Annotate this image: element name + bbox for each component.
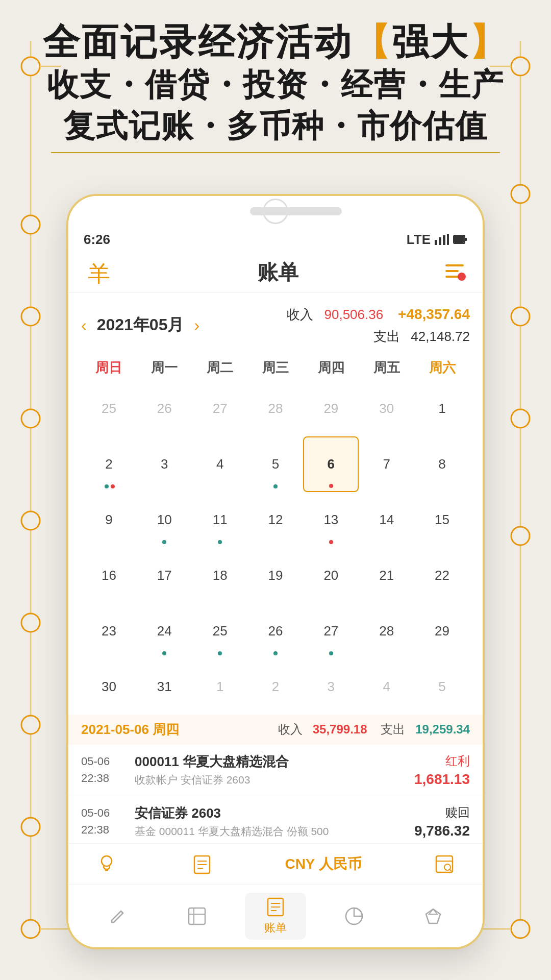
next-month-button[interactable]: › [194,316,199,335]
svg-point-10 [21,920,40,938]
cal-day-22[interactable]: 22 [414,548,470,603]
cal-day-3[interactable]: 3 [137,436,192,492]
weekday-wed: 周三 [248,355,304,381]
tab-pie[interactable] [323,906,385,926]
cal-day-28[interactable]: 28 [359,603,414,659]
cal-day-28-prev[interactable]: 28 [248,381,304,436]
selected-date-summary: 收入 35,799.18 支出 19,259.34 [278,721,470,738]
transaction-item-2[interactable]: 05-06 22:38 安信证券 2603 基金 000011 华夏大盘精选混合… [68,796,483,848]
cal-day-12[interactable]: 12 [248,492,304,548]
cal-day-17[interactable]: 17 [137,548,192,603]
svg-point-12 [511,185,530,203]
tab-gem[interactable] [403,906,464,926]
calendar-summary: 收入 90,506.36 +48,357.64 支出 42,148.72 [287,303,470,347]
cal-day-31[interactable]: 31 [137,659,192,715]
app-title: 账单 [258,258,298,286]
weekday-sat: 周六 [414,355,470,381]
weekday-mon: 周一 [137,355,192,381]
tab-bill-label: 账单 [264,920,287,936]
toolbar-top: CNY 人民币 [68,844,483,885]
status-time: 6:26 [84,232,110,248]
tab-edit[interactable] [87,906,148,926]
cal-day-29-prev[interactable]: 29 [303,381,359,436]
svg-rect-22 [439,237,441,245]
cal-day-16[interactable]: 16 [81,548,137,603]
cal-day-14[interactable]: 14 [359,492,414,548]
phone-mockup: 6:26 LTE 羊 账单 ‹ 2021年05月 [66,194,485,949]
cal-day-8[interactable]: 8 [414,436,470,492]
cal-day-2-next[interactable]: 2 [248,659,304,715]
toolbar-currency[interactable]: CNY 人民币 [285,854,361,874]
transaction-date-header: 2021-05-06 周四 收入 35,799.18 支出 19,259.34 [68,715,483,745]
prev-month-button[interactable]: ‹ [81,316,87,335]
calendar-nav: ‹ 2021年05月 › 收入 90,506.36 +48,357.64 支出 … [81,303,470,347]
calendar-body: 25 26 27 28 29 30 1 2 3 4 5 6 7 [81,381,470,714]
trans-date-1: 05-06 22:38 [81,753,127,787]
cal-day-2[interactable]: 2 [81,436,137,492]
calendar-section: ‹ 2021年05月 › 收入 90,506.36 +48,357.64 支出 … [68,293,483,715]
cal-day-26-prev[interactable]: 26 [137,381,192,436]
cal-day-15[interactable]: 15 [414,492,470,548]
cal-day-26[interactable]: 26 [248,603,304,659]
svg-rect-23 [443,235,445,245]
trans-right-2: 赎回 9,786.32 [414,804,470,839]
svg-rect-21 [435,240,437,245]
cal-day-25-prev[interactable]: 25 [81,381,137,436]
header-line1: 全面记录经济活动【强大】 [0,20,551,64]
toolbar-bulb-icon[interactable] [94,851,119,877]
trans-desc-1: 000011 华夏大盘精选混合 收款帐户 安信证券 2603 [127,753,414,787]
phone-speaker [250,207,342,215]
app-header: 羊 账单 [68,252,483,293]
cal-day-4-next[interactable]: 4 [359,659,414,715]
cal-day-10[interactable]: 10 [137,492,192,548]
cal-day-30[interactable]: 30 [81,659,137,715]
cal-day-21[interactable]: 21 [359,548,414,603]
cal-day-19[interactable]: 19 [248,548,304,603]
svg-point-33 [102,856,112,866]
cal-day-1-next[interactable]: 1 [192,659,248,715]
transaction-item-1[interactable]: 05-06 22:38 000011 华夏大盘精选混合 收款帐户 安信证券 26… [68,745,483,796]
cal-day-27-prev[interactable]: 27 [192,381,248,436]
svg-point-7 [21,614,40,632]
cal-day-25[interactable]: 25 [192,603,248,659]
cal-day-20[interactable]: 20 [303,548,359,603]
cal-day-24[interactable]: 24 [137,603,192,659]
header-section: 全面记录经济活动【强大】 收支・借贷・投资・经营・生产 复式记账・多币种・市价估… [0,20,551,153]
tab-bill[interactable]: 账单 [245,893,306,940]
svg-point-5 [21,409,40,428]
svg-rect-24 [447,234,449,245]
toolbar-note-icon[interactable] [189,851,215,877]
cal-day-13[interactable]: 13 [303,492,359,548]
svg-point-16 [511,920,530,938]
cal-day-27[interactable]: 27 [303,603,359,659]
selected-date-label: 2021-05-06 周四 [81,721,179,739]
weekday-tue: 周二 [192,355,248,381]
status-bar: 6:26 LTE [68,227,483,252]
weekday-thu: 周四 [303,355,359,381]
toolbar-search-icon[interactable] [432,851,457,877]
svg-point-13 [511,307,530,326]
cal-day-30-prev[interactable]: 30 [359,381,414,436]
cal-day-5[interactable]: 5 [248,436,304,492]
svg-rect-27 [454,236,464,243]
cal-day-11[interactable]: 11 [192,492,248,548]
cal-day-1[interactable]: 1 [414,381,470,436]
cal-day-7[interactable]: 7 [359,436,414,492]
cal-day-9[interactable]: 9 [81,492,137,548]
cal-day-6-today[interactable]: 6 [303,436,359,492]
tab-list[interactable] [166,906,228,926]
trans-desc-2: 安信证券 2603 基金 000011 华夏大盘精选混合 份额 500 [127,804,414,839]
calendar-month: 2021年05月 [97,314,184,336]
svg-line-43 [121,911,123,913]
phone-top-bar [68,196,483,227]
cal-day-5-next[interactable]: 5 [414,659,470,715]
menu-icon[interactable] [442,260,467,285]
header-line3: 复式记账・多币种・市价估值 [51,106,500,153]
cal-day-23[interactable]: 23 [81,603,137,659]
cal-day-4[interactable]: 4 [192,436,248,492]
cal-day-18[interactable]: 18 [192,548,248,603]
svg-point-9 [21,818,40,836]
app-logo: 羊 [84,257,114,288]
cal-day-29[interactable]: 29 [414,603,470,659]
cal-day-3-next[interactable]: 3 [303,659,359,715]
